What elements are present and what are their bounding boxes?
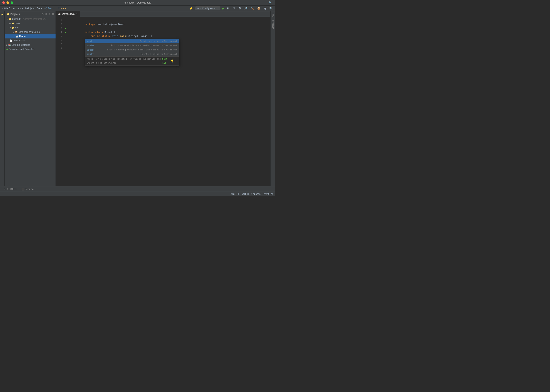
panel-title-text: Project ▾: [10, 13, 20, 15]
search-icon[interactable]: 🔍: [268, 1, 273, 5]
iml-icon: 📄: [9, 39, 12, 42]
tree-item-idea[interactable]: ▶ 📁 .idea: [5, 21, 56, 26]
tree-item-label: External Libraries: [12, 43, 30, 46]
ac-item-sout[interactable]: sout Prints a string to System.out: [85, 39, 179, 43]
layout-button[interactable]: ▦: [263, 7, 267, 10]
run-button[interactable]: ▶: [222, 7, 224, 10]
close-button[interactable]: [2, 1, 5, 4]
tree-item-iml[interactable]: 📄 untitled7.iml: [5, 38, 56, 43]
editor-tab-demo1[interactable]: ☕ Demo1.java ✕: [56, 11, 80, 17]
event-log[interactable]: Event Log: [263, 193, 273, 196]
todo-icon: ☑: [4, 188, 6, 190]
ac-footer: Press ↑↓ to choose the selected (or firs…: [85, 56, 179, 65]
tree-item-package[interactable]: ▼ 📦 com.hellojava.Demo: [5, 30, 56, 34]
line-numbers: 1 2 3 4 5 6 7 8: [56, 17, 63, 186]
code-content[interactable]: package com.hellojava.Demo; public class…: [68, 17, 270, 186]
ac-item-soutp[interactable]: soutp Prints method parameter names and …: [85, 48, 179, 52]
cursor-position[interactable]: 5:13: [230, 193, 235, 196]
more-options-icon[interactable]: ⋮: [175, 59, 177, 63]
nav-icon-1[interactable]: ⚡: [189, 7, 194, 10]
ant-panel-label[interactable]: Ant: [272, 12, 274, 19]
traffic-lights[interactable]: [2, 1, 13, 4]
editor-area: ☕ Demo1.java ✕ 1 2 3 4 5 6 7 8 ▶ ▶: [56, 11, 270, 186]
line-separator[interactable]: LF: [237, 193, 240, 196]
run-inspect-button[interactable]: 🔎: [243, 7, 248, 10]
project-tree: ▼ 📁 untitled7 ~/IdeaProjects/untitled7 ▶…: [5, 17, 56, 186]
statusbar: 5:13 LF UTF-8 4 spaces Event Log: [0, 192, 275, 196]
ac-item-soutv[interactable]: soutv Prints a value to System.out: [85, 52, 179, 56]
status-right: 5:13 LF UTF-8 4 spaces Event Log: [230, 193, 273, 196]
scratch-icon: ✱: [6, 48, 8, 51]
package-icon: 📦: [15, 31, 18, 33]
breadcrumb-hellojava[interactable]: hellojava: [25, 7, 34, 10]
tree-item-scratches[interactable]: ✱ Scratches and Consoles: [5, 47, 56, 51]
tree-item-label: .idea: [15, 22, 20, 25]
search-everywhere-icon[interactable]: 🔍: [268, 7, 273, 10]
tree-item-label: src: [15, 26, 18, 29]
terminal-tab[interactable]: ⬛ Terminal: [19, 186, 37, 192]
breadcrumb-untitled7[interactable]: untitled7: [2, 7, 10, 10]
debug-button[interactable]: ⏸: [226, 7, 230, 10]
arrow-icon: ▼: [13, 31, 14, 33]
tree-item-src[interactable]: ▼ 📁 src: [5, 26, 56, 30]
panel-header: 📁 Project ▾ ⊙ ⇅ ⚙ ✕: [5, 11, 56, 17]
tree-item-demo1[interactable]: ☕ Demo1: [5, 34, 56, 38]
profile-button[interactable]: ⏱: [238, 7, 242, 10]
bulb-icon[interactable]: 💡: [170, 59, 174, 63]
ac-desc-soutp: Prints method parameter names and values…: [97, 48, 177, 52]
expand-all-button[interactable]: ⇅: [45, 13, 47, 15]
tab-close-button[interactable]: ✕: [76, 13, 78, 15]
arrow-icon: ▼: [6, 18, 8, 20]
code-gutter: ▶ ▶: [63, 17, 68, 186]
ac-keyword-sout: sout: [87, 39, 97, 43]
database-panel-label[interactable]: Database: [272, 19, 274, 31]
run-gutter-3[interactable]: ▶: [63, 26, 68, 30]
titlebar-right: 🔍: [268, 1, 273, 5]
add-configuration-button[interactable]: Add Configuration...: [195, 7, 220, 10]
ac-footer-text: Press ↑↓ to choose the selected (or firs…: [87, 57, 161, 65]
run-gutter-4[interactable]: ▶: [63, 30, 68, 34]
indent-spaces[interactable]: 4 spaces: [251, 193, 261, 196]
build-button[interactable]: 🔨: [250, 7, 255, 10]
project-view-icon[interactable]: 📁: [0, 12, 5, 16]
folder-icon: 📁: [12, 27, 14, 29]
settings-button[interactable]: ⚙: [48, 13, 51, 15]
code-line-3: public class Demo1 {: [69, 26, 270, 30]
terminal-icon: ⬛: [21, 188, 24, 190]
breadcrumb-com[interactable]: com: [18, 7, 23, 10]
breadcrumb-main[interactable]: ⬡ main: [58, 7, 66, 10]
breadcrumb-src[interactable]: src: [13, 7, 16, 10]
panel-title-icon: 📁: [6, 13, 9, 15]
tree-item-root[interactable]: ▼ 📁 untitled7 ~/IdeaProjects/untitled7: [5, 17, 56, 21]
right-sidebar: Ant Database: [270, 11, 275, 186]
tree-item-label: untitled7 ~/IdeaProjects/untitled7: [12, 18, 46, 21]
java-file-icon: ☕: [16, 35, 18, 38]
sdk-button[interactable]: 📦: [256, 7, 261, 10]
next-tip-link[interactable]: Next Tip: [162, 57, 169, 65]
bottom-tabs: ☑ 6: TODO ⬛ Terminal: [0, 186, 275, 192]
folder-icon: 📁: [9, 18, 11, 21]
window-title: untitled7 – Demo1.java: [124, 1, 151, 4]
tab-label: Demo1.java: [62, 13, 75, 15]
breadcrumb-demo[interactable]: Demo: [37, 7, 43, 10]
code-editor[interactable]: 1 2 3 4 5 6 7 8 ▶ ▶ package: [56, 17, 270, 186]
encoding[interactable]: UTF-8: [242, 193, 249, 196]
run-coverage-button[interactable]: 🛡: [232, 7, 236, 10]
tree-item-label: Demo1: [19, 35, 27, 38]
ac-keyword-soutm: soutm: [87, 43, 97, 48]
arrow-icon: ▼: [9, 27, 11, 29]
arrow-icon: ▶: [9, 22, 11, 25]
ac-desc-sout: Prints a string to System.out: [97, 39, 177, 43]
close-panel-button[interactable]: ✕: [52, 13, 54, 15]
breadcrumb-demo1[interactable]: ⬡ Demo1: [45, 7, 56, 10]
minimize-button[interactable]: [7, 1, 9, 4]
maximize-button[interactable]: [11, 1, 13, 4]
locate-file-button[interactable]: ⊙: [42, 13, 44, 15]
breadcrumb: untitled7 › src › com › hellojava › Demo…: [2, 7, 66, 10]
activity-bar: 📁: [0, 11, 5, 186]
ac-item-soutm[interactable]: soutm Prints current class and method na…: [85, 43, 179, 48]
main-layout: 📁 📁 Project ▾ ⊙ ⇅ ⚙ ✕ ▼ 📁 untitled7 ~/Id…: [0, 11, 275, 186]
todo-tab[interactable]: ☑ 6: TODO: [2, 186, 19, 192]
ac-desc-soutv: Prints a value to System.out: [97, 52, 177, 56]
tree-item-extlib[interactable]: ▶ 📚 External Libraries: [5, 43, 56, 47]
